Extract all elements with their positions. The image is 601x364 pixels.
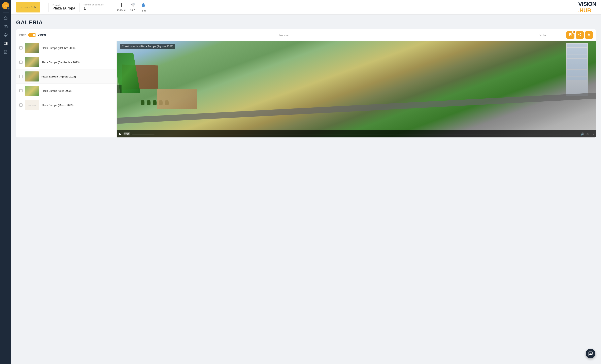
svg-point-0 (5, 26, 6, 27)
svg-point-15 (590, 353, 591, 353)
timestamp-badge: 00:59 (123, 132, 130, 135)
preview-title: Constructonia - Plaza Europa (Agosto 202… (120, 44, 175, 49)
sidebar-divider (3, 12, 9, 12)
topbar: ✕ constructonia Proyecto Plaza Europa Nú… (11, 0, 601, 14)
wind-value: 13 Km/h (117, 9, 126, 12)
list-name-3: Plaza Europa (Agosto 2023) (41, 75, 113, 78)
svg-rect-2 (4, 42, 7, 45)
temp-icon (130, 2, 136, 9)
svg-point-9 (578, 34, 579, 35)
foto-video-toggle[interactable] (28, 33, 36, 37)
topbar-separator-1 (48, 3, 49, 12)
company-logo: ✕ constructonia (16, 2, 40, 12)
list-name-2: Plaza Europa (Septiembre 2023) (41, 61, 113, 64)
list-checkbox-4[interactable] (19, 89, 22, 92)
list-thumb-4 (25, 86, 39, 96)
list-name-5: Plaza Europa (Marzo 2023) (41, 104, 113, 107)
cameras-label: Número de cámaras (83, 3, 104, 6)
brand-logo: VISION ·HUB (578, 1, 596, 14)
page-title: GALERIA (16, 19, 596, 26)
chat-button[interactable] (586, 349, 595, 358)
col-nombre: Nombre (50, 34, 518, 37)
col-fecha: Fecha (522, 34, 562, 37)
share-icon (578, 33, 581, 37)
svg-line-11 (579, 35, 580, 35)
gallery-body: Plaza Europa (Octubre 2023) Plaza Europa… (16, 41, 596, 137)
list-name-1: Plaza Europa (Octubre 2023) (41, 47, 113, 50)
svg-point-7 (134, 4, 135, 5)
svg-rect-13 (588, 36, 590, 36)
list-thumb-5: constructonia (25, 100, 39, 110)
bookmark-button[interactable]: 0 (566, 31, 574, 39)
progress-fill (132, 134, 155, 134)
brand-vision: VISION (578, 1, 596, 7)
list-item[interactable]: constructonia Plaza Europa (Marzo 2023) (16, 98, 117, 112)
gallery-toolbar: FOTO VIDEO Nombre Fecha 0 (16, 29, 596, 41)
topbar-separator-2 (79, 3, 80, 12)
list-item[interactable]: Plaza Europa (Octubre 2023) (16, 41, 117, 55)
video-ctrl-icons: 🔊 ⚙ ⛶ (581, 132, 594, 136)
play-button[interactable]: ▶ (119, 132, 121, 136)
cameras-info: Número de cámaras 1 (83, 3, 104, 11)
humidity-icon (141, 2, 145, 9)
list-item[interactable]: Plaza Europa (Agosto 2023) (16, 70, 117, 84)
download-button[interactable] (585, 31, 593, 39)
sidebar-item-document[interactable] (2, 48, 9, 56)
weather-info: 13 Km/h 18 C° (117, 2, 146, 12)
project-name: Plaza Europa (52, 6, 75, 10)
project-info: Proyecto Plaza Europa (52, 4, 75, 10)
fullscreen-icon[interactable]: ⛶ (591, 132, 594, 136)
company-name: constructonia (23, 6, 36, 9)
cameras-value: 1 (83, 6, 104, 11)
svg-point-14 (590, 353, 590, 353)
svg-point-16 (591, 353, 591, 353)
settings-icon[interactable]: ⚙ (586, 132, 589, 136)
sidebar-item-home[interactable] (2, 14, 9, 22)
prev-arrow[interactable]: ‹ (117, 85, 121, 93)
list-checkbox-1[interactable] (19, 46, 22, 50)
svg-point-8 (580, 33, 581, 34)
list-checkbox-3[interactable] (19, 75, 22, 78)
list-checkbox-5[interactable] (19, 103, 22, 107)
list-name-4: Plaza Europa (Julio 2023) (41, 89, 113, 92)
sidebar-item-video[interactable] (2, 40, 9, 47)
gallery-list: Plaza Europa (Octubre 2023) Plaza Europa… (16, 41, 117, 137)
list-item[interactable]: Plaza Europa (Julio 2023) (16, 84, 117, 98)
avatar-initials: DM (4, 4, 8, 7)
sidebar-item-layers[interactable] (2, 31, 9, 39)
main-area: ✕ constructonia Proyecto Plaza Europa Nú… (11, 0, 601, 364)
share-button[interactable] (576, 31, 584, 39)
gallery-container: FOTO VIDEO Nombre Fecha 0 (16, 29, 596, 137)
list-thumb-3 (25, 71, 39, 81)
download-icon (587, 33, 591, 37)
list-thumb-1 (25, 43, 39, 53)
sidebar-item-camera[interactable] (2, 23, 9, 30)
avatar-edit-badge: ✎ (7, 7, 10, 10)
temp-value: 18 C° (130, 9, 137, 12)
tab-video[interactable]: VIDEO (38, 34, 46, 37)
volume-icon[interactable]: 🔊 (581, 132, 584, 136)
sidebar: DM ✎ (0, 0, 11, 364)
weather-humidity: 71 % (140, 2, 146, 12)
topbar-separator-3 (108, 3, 108, 12)
list-item[interactable]: Plaza Europa (Septiembre 2023) (16, 55, 117, 70)
bookmark-icon (569, 33, 572, 37)
avatar[interactable]: DM ✎ (2, 2, 9, 9)
bookmark-badge: 0 (572, 30, 575, 34)
progress-bar[interactable] (132, 134, 579, 134)
content-area: GALERIA FOTO VIDEO Nombre Fecha (11, 14, 601, 364)
toolbar-actions: 0 (566, 31, 593, 39)
humidity-value: 71 % (140, 9, 146, 12)
video-controls: ▶ 00:59 🔊 ⚙ ⛶ (117, 130, 596, 137)
svg-line-12 (579, 34, 580, 34)
project-label: Proyecto (52, 4, 75, 6)
tab-foto[interactable]: FOTO (19, 34, 27, 37)
list-checkbox-2[interactable] (19, 61, 22, 64)
weather-temp: 18 C° (130, 2, 137, 12)
list-thumb-2 (25, 57, 39, 67)
tab-group: FOTO VIDEO (19, 33, 46, 37)
brand-hub: HUB (580, 7, 591, 13)
svg-point-10 (580, 35, 581, 36)
weather-wind: 13 Km/h (117, 2, 126, 12)
video-preview[interactable]: Constructonia - Plaza Europa (Agosto 202… (117, 41, 596, 137)
